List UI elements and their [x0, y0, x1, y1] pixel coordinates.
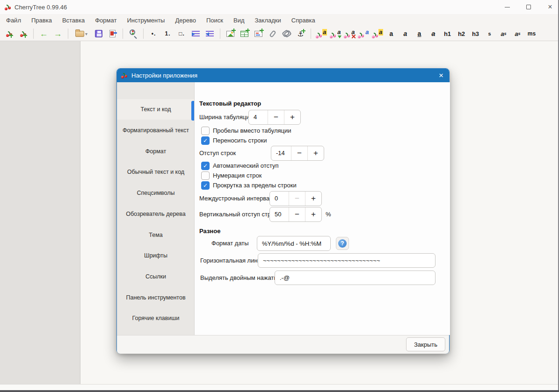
- close-dialog-button[interactable]: Закрыть: [406, 337, 445, 351]
- text-bg-color-button[interactable]: a: [329, 28, 341, 40]
- date-format-input[interactable]: [257, 236, 331, 251]
- scroll-beyond-checkbox[interactable]: ✓: [201, 181, 210, 190]
- sidebar-item-label: Форматированный текст: [123, 127, 189, 134]
- increment-button[interactable]: +: [307, 146, 324, 160]
- horizontal-rule-input[interactable]: [258, 253, 436, 268]
- text-style-blue-button[interactable]: a: [357, 28, 370, 40]
- new-node-cherry-icon: [6, 31, 12, 37]
- insert-table-button[interactable]: [238, 28, 251, 40]
- dialog-title: Настройки приложения: [131, 72, 197, 79]
- plus-badge-icon: [301, 29, 305, 33]
- sidebar-item-theme[interactable]: Тема: [117, 225, 195, 245]
- line-indent-value[interactable]: -14: [271, 146, 291, 160]
- dialog-close-button[interactable]: ×: [439, 69, 443, 82]
- auto-indent-checkbox[interactable]: ✓: [201, 162, 210, 170]
- go-forward-button[interactable]: →: [51, 28, 64, 40]
- menu-bookmarks[interactable]: Закладки: [250, 14, 286, 27]
- open-file-button[interactable]: ▾: [72, 28, 91, 40]
- find-button[interactable]: [127, 28, 139, 40]
- sidebar-item-special-characters[interactable]: Спецсимволы: [117, 183, 195, 203]
- minimize-button[interactable]: [503, 3, 511, 11]
- decrement-button[interactable]: −: [289, 192, 305, 206]
- sidebar-item-toolbar[interactable]: Панель инструментов: [117, 287, 195, 308]
- double-click-select-input[interactable]: [275, 271, 436, 285]
- italic-button[interactable]: a: [399, 28, 412, 40]
- vertical-space-value[interactable]: 50: [270, 207, 289, 221]
- save-as-button[interactable]: [106, 28, 119, 40]
- menu-view[interactable]: Вид: [228, 14, 250, 27]
- menu-help[interactable]: Справка: [286, 14, 320, 27]
- indent-button[interactable]: [189, 28, 202, 40]
- attach-file-button[interactable]: [266, 28, 279, 40]
- sidebar-item-format[interactable]: Формат: [117, 141, 195, 162]
- subscript-button[interactable]: as: [511, 28, 524, 40]
- monospace-button[interactable]: ms: [525, 28, 538, 40]
- tab-width-value[interactable]: 4: [249, 110, 268, 124]
- toolbar-separator: [68, 29, 68, 39]
- sidebar-item-plain-text-and-code[interactable]: Обычный текст и код: [117, 162, 195, 182]
- maximize-button[interactable]: [524, 3, 533, 11]
- sidebar-item-misc[interactable]: Разное: [117, 329, 195, 335]
- decrement-button[interactable]: −: [289, 207, 305, 221]
- increment-button[interactable]: +: [305, 207, 321, 221]
- insert-codebox-button[interactable]: [252, 28, 265, 40]
- sidebar-item-fonts[interactable]: Шрифты: [117, 245, 195, 266]
- section-header-text-editor: Текстовый редактор: [199, 100, 261, 107]
- menu-format[interactable]: Формат: [90, 14, 122, 27]
- heading3-button[interactable]: h3: [469, 28, 482, 40]
- menu-edit[interactable]: Правка: [26, 14, 57, 27]
- minimize-icon: [505, 7, 510, 7]
- small-text-button[interactable]: s: [483, 28, 496, 40]
- sidebar-item-hotkeys[interactable]: Горячие клавиши: [117, 308, 195, 328]
- go-back-button[interactable]: ←: [37, 28, 50, 40]
- wrap-lines-row: ✓ Переносить строки: [201, 136, 267, 145]
- bullet-list-button[interactable]: •.: [147, 28, 160, 40]
- insert-anchor-button[interactable]: ⚓: [294, 28, 307, 40]
- menu-tools[interactable]: Инструменты: [122, 14, 170, 27]
- todo-list-button[interactable]: □.: [175, 28, 188, 40]
- menu-insert[interactable]: Вставка: [57, 14, 90, 27]
- decrement-button[interactable]: −: [268, 110, 284, 124]
- maximize-icon: [526, 5, 531, 9]
- close-button[interactable]: ×: [546, 3, 554, 11]
- increment-button[interactable]: +: [305, 192, 321, 206]
- superscript-button[interactable]: as: [497, 28, 510, 40]
- bold-button[interactable]: a: [385, 28, 398, 40]
- new-subnode-button[interactable]: [17, 28, 29, 40]
- unindent-button[interactable]: [203, 28, 216, 40]
- menu-search[interactable]: Поиск: [201, 14, 228, 27]
- decrement-button[interactable]: −: [291, 146, 307, 160]
- toolbar-separator: [143, 29, 144, 39]
- line-spacing-value[interactable]: 0: [270, 192, 289, 206]
- numbered-list-button[interactable]: 1.: [161, 28, 174, 40]
- menu-file[interactable]: Файл: [1, 14, 26, 27]
- new-node-button[interactable]: [3, 28, 15, 40]
- line-numbers-checkbox[interactable]: ✓: [201, 171, 210, 180]
- text-style-highlight-button[interactable]: a: [371, 28, 384, 40]
- insert-link-button[interactable]: [280, 28, 293, 40]
- tree-panel[interactable]: [0, 41, 80, 384]
- chevron-down-icon: ▾: [85, 31, 87, 36]
- insert-image-button[interactable]: [224, 28, 237, 40]
- clear-formatting-button[interactable]: a: [343, 28, 356, 40]
- sidebar-item-text-and-code[interactable]: Текст и код: [117, 99, 195, 120]
- sidebar-item-links[interactable]: Ссылки: [117, 266, 195, 287]
- date-format-help-button[interactable]: ?: [336, 237, 349, 250]
- heading2-button[interactable]: h2: [455, 28, 468, 40]
- sidebar-item-rich-text[interactable]: Форматированный текст: [117, 120, 195, 141]
- wrap-lines-checkbox[interactable]: ✓: [201, 136, 210, 145]
- dialog-footer: Закрыть: [117, 335, 449, 354]
- toolbar-separator: [311, 29, 311, 39]
- save-button[interactable]: [92, 28, 105, 40]
- menu-tree[interactable]: Дерево: [170, 14, 201, 27]
- sidebar-item-tree-explorer[interactable]: Обозреватель дерева: [117, 204, 195, 224]
- text-bg-color-icon: a: [330, 29, 341, 38]
- window-title: CherryTree 0.99.46: [15, 4, 67, 11]
- increment-button[interactable]: +: [284, 110, 300, 124]
- scroll-beyond-label: Прокрутка за пределы строки: [213, 181, 297, 190]
- spaces-instead-tabs-checkbox[interactable]: ✓: [201, 127, 210, 135]
- strikethrough-button[interactable]: a: [427, 28, 440, 40]
- text-fg-color-button[interactable]: a: [315, 28, 327, 40]
- heading1-button[interactable]: h1: [441, 28, 454, 40]
- underline-button[interactable]: a: [413, 28, 426, 40]
